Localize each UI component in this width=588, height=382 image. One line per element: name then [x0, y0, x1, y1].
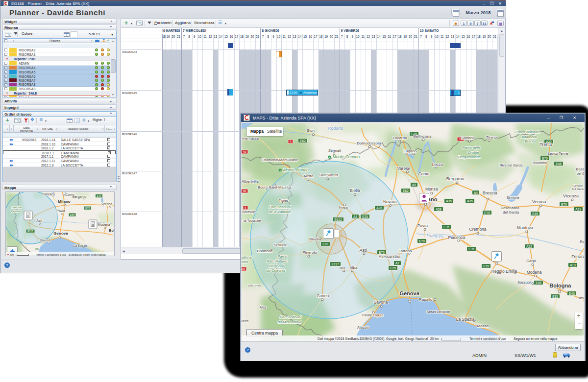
svg-text:Bourg-Saint-Maurice: Bourg-Saint-Maurice [258, 185, 292, 190]
svg-text:Sassuolo: Sassuolo [517, 280, 533, 285]
svg-text:40: 40 [243, 150, 246, 153]
svg-text:Sestriere: Sestriere [274, 243, 287, 247]
svg-text:Cremona: Cremona [469, 227, 487, 232]
svg-text:Domodossola: Domodossola [357, 141, 381, 145]
svg-text:E70: E70 [484, 211, 490, 215]
svg-text:A26: A26 [376, 206, 382, 210]
svg-text:E45: E45 [569, 292, 575, 295]
svg-text:Lecco: Lecco [432, 162, 443, 167]
svg-text:Les Urres: Les Urres [248, 284, 261, 287]
svg-text:Massa: Massa [477, 324, 489, 328]
svg-text:Genova: Genova [53, 231, 68, 236]
svg-text:E717: E717 [27, 230, 33, 233]
svg-text:E717: E717 [331, 263, 339, 266]
svg-text:del Garda: del Garda [503, 210, 519, 215]
svg-text:E35: E35 [552, 295, 558, 298]
svg-text:Parco Naturale: Parco Naturale [515, 130, 540, 134]
svg-text:E35: E35 [70, 214, 74, 216]
svg-text:Zermatt: Zermatt [328, 148, 342, 153]
svg-text:Tortona: Tortona [399, 249, 412, 253]
svg-text:Imol: Imol [579, 296, 584, 300]
svg-text:A13: A13 [570, 263, 576, 267]
svg-text:Saint Vincent: Saint Vincent [319, 173, 338, 177]
svg-text:Milano: Milano [58, 199, 70, 204]
svg-text:A7: A7 [395, 262, 399, 265]
svg-text:Modena: Modena [527, 270, 542, 275]
svg-text:Pavia: Pavia [417, 223, 428, 228]
svg-text:La Spezia: La Spezia [456, 317, 475, 322]
svg-text:Savona: Savona [40, 239, 50, 242]
svg-text:Albertville: Albertville [242, 179, 259, 184]
svg-text:Trento: Trento [539, 142, 552, 147]
svg-text:E35: E35 [443, 225, 449, 229]
svg-text:Monte Bianco: Monte Bianco [283, 167, 309, 172]
svg-text:Aosta: Aosta [303, 174, 314, 178]
svg-text:Carpi: Carpi [526, 259, 536, 263]
svg-text:Genova: Genova [399, 290, 419, 296]
svg-text:Alessandria: Alessandria [379, 254, 401, 259]
svg-text:E70: E70 [379, 251, 385, 254]
svg-text:Lugano: Lugano [403, 149, 416, 153]
svg-text:Sirmione: Sirmione [507, 196, 519, 199]
svg-text:Parco: Parco [277, 254, 287, 259]
svg-text:E45: E45 [556, 162, 562, 166]
svg-text:E62: E62 [403, 189, 409, 192]
svg-text:du Queyras: du Queyras [267, 268, 286, 273]
svg-text:A31: A31 [575, 208, 581, 211]
svg-text:Pavia: Pavia [56, 209, 65, 213]
svg-text:national: national [12, 206, 23, 209]
svg-text:Bass.: Bass. [576, 167, 584, 171]
svg-text:Bergamo: Bergamo [73, 195, 87, 199]
svg-text:D6: D6 [242, 267, 245, 270]
svg-text:Belleville: Belleville [243, 210, 255, 214]
svg-text:Brenta: Brenta [525, 139, 536, 143]
svg-text:Monza: Monza [425, 187, 438, 191]
svg-text:Tignes: Tignes [279, 199, 289, 203]
svg-text:Bergamasche: Bergamasche [458, 155, 481, 159]
svg-text:Savona: Savona [374, 300, 388, 305]
svg-text:Reggio Emilia: Reggio Emilia [491, 269, 517, 274]
svg-text:Sion: Sion [307, 128, 315, 133]
svg-text:Parc national: Parc national [269, 205, 291, 209]
svg-text:Como: Como [418, 171, 430, 176]
svg-text:-la-Toussuire: -la-Toussuire [243, 219, 261, 222]
svg-text:E70: E70 [419, 239, 425, 243]
svg-text:del Gr.: del Gr. [577, 172, 584, 175]
svg-text:E25: E25 [390, 266, 396, 270]
svg-text:E45: E45 [536, 281, 541, 285]
svg-text:La Spezia: La Spezia [74, 244, 88, 248]
svg-text:Bergamo: Bergamo [446, 176, 465, 181]
svg-text:Bol: Bol [109, 229, 114, 232]
svg-text:A22: A22 [526, 245, 532, 248]
svg-text:Limone: Limone [573, 184, 583, 187]
svg-text:Brescia: Brescia [483, 191, 497, 195]
svg-text:Levico Terme: Levico Terme [548, 152, 568, 155]
svg-text:Alassio: Alassio [357, 325, 369, 330]
svg-text:Vicenza: Vicenza [563, 193, 579, 198]
svg-text:Verona: Verona [101, 202, 112, 206]
svg-text:Varese: Varese [397, 166, 411, 171]
svg-text:A35: A35 [467, 199, 473, 203]
svg-text:E70: E70 [97, 194, 101, 197]
svg-text:A35: A35 [446, 199, 452, 203]
svg-text:Verona: Verona [532, 199, 546, 204]
svg-text:Asti: Asti [36, 219, 42, 222]
svg-text:E70: E70 [85, 207, 90, 210]
svg-text:Sondrio: Sondrio [461, 136, 475, 140]
svg-text:Bra: Bra [340, 266, 346, 270]
svg-text:Biella: Biella [350, 188, 360, 193]
svg-text:Ivrea: Ivrea [339, 205, 348, 210]
svg-text:E45: E45 [532, 212, 538, 215]
svg-text:Bellinzona: Bellinzona [414, 134, 432, 139]
svg-text:Monte Cervino: Monte Cervino [333, 154, 360, 159]
svg-text:A4: A4 [474, 191, 478, 194]
svg-text:30: 30 [243, 190, 246, 192]
svg-text:A9: A9 [412, 183, 416, 187]
svg-text:Pinerolo: Pinerolo [302, 250, 317, 255]
svg-text:Parco delle: Parco delle [462, 145, 481, 150]
svg-text:de la Vanoise: de la Vanoise [269, 210, 291, 214]
svg-text:Vanoise: Vanoise [11, 210, 22, 213]
svg-text:Desenzano: Desenzano [501, 206, 519, 210]
svg-text:Locarno: Locarno [393, 136, 407, 140]
svg-text:Ro: Ro [580, 239, 584, 244]
